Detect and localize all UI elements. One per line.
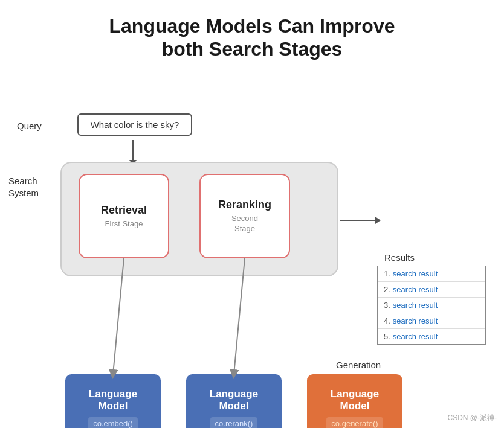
diagram-container: Query What color is the sky? Search Syst… — [0, 72, 504, 428]
watermark: CSDN @-派神- — [447, 413, 497, 423]
page-title: Language Models Can Improve both Search … — [0, 0, 504, 61]
lm-rerank-box: LanguageModel co.rerank() — [186, 374, 282, 428]
lm-embed-box: LanguageModel co.embed() — [65, 374, 161, 428]
list-item: 2. search result — [378, 282, 485, 298]
list-item: 4. search result — [378, 313, 485, 329]
list-item: 5. search result — [378, 329, 485, 344]
generation-label: Generation — [336, 360, 381, 370]
list-item: 3. search result — [378, 298, 485, 313]
lm-generate-title: LanguageModel — [331, 388, 379, 413]
lm-generate-box: LanguageModel co.generate() — [307, 374, 402, 428]
query-arrow-down — [132, 140, 134, 161]
lm-embed-method: co.embed() — [88, 417, 138, 428]
lm-generate-method: co.generate() — [326, 417, 383, 428]
lm-embed-title: LanguageModel — [89, 388, 137, 413]
retrieval-box: Retrieval First Stage — [79, 174, 169, 258]
reranking-subtitle: Second Stage — [231, 214, 258, 234]
results-label: Results — [384, 252, 415, 263]
lm-rerank-title: LanguageModel — [210, 388, 258, 413]
search-system-label: Search System — [8, 175, 39, 199]
lm-rerank-method: co.rerank() — [210, 417, 258, 428]
reranking-box: Reranking Second Stage — [199, 174, 290, 258]
retrieval-subtitle: First Stage — [105, 219, 143, 228]
reranking-title: Reranking — [218, 199, 271, 211]
results-box: 1. search result 2. search result 3. sea… — [377, 266, 486, 345]
list-item: 1. search result — [378, 266, 485, 282]
search-to-results-arrow — [340, 220, 376, 221]
query-box: What color is the sky? — [77, 113, 192, 136]
query-label: Query — [17, 121, 42, 131]
retrieval-title: Retrieval — [101, 204, 147, 217]
